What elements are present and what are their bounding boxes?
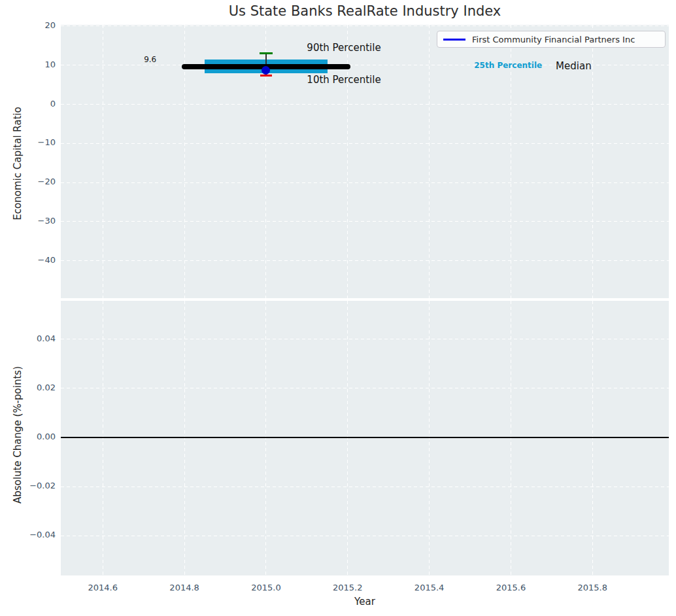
top-axes: 9.690th Percentile10th Percentile25th Pe… <box>61 25 669 298</box>
annotation-10th-percentile: 10th Percentile <box>307 74 380 86</box>
y-gridline <box>61 260 669 261</box>
chart-title: Us State Banks RealRate Industry Index <box>61 3 669 19</box>
y-tick-label: 0.00 <box>15 432 56 441</box>
y-gridline <box>61 26 669 26</box>
top-y-axis-label: Economic Capital Ratio <box>12 107 24 220</box>
y-tick-label: −30 <box>15 216 56 226</box>
x-gridline <box>592 25 593 298</box>
x-tick-label: 2015.8 <box>566 583 618 592</box>
y-gridline <box>61 536 669 536</box>
x-gridline <box>103 25 103 298</box>
y-tick-label: −0.04 <box>15 530 56 539</box>
annotation-9-6: 9.6 <box>144 55 156 64</box>
legend-line-swatch <box>443 39 465 41</box>
whisker-cap-10th <box>260 75 272 77</box>
x-gridline <box>429 25 430 298</box>
annotation-25th-percentile: 25th Percentile <box>474 61 542 70</box>
bottom-axes <box>61 301 669 575</box>
y-tick-label: −10 <box>15 137 56 147</box>
x-tick-label: 2015.4 <box>403 583 456 592</box>
zero-line <box>61 437 669 438</box>
y-gridline <box>61 104 669 105</box>
company-point <box>262 66 270 75</box>
y-gridline <box>61 221 669 222</box>
annotation-90th-percentile: 90th Percentile <box>307 42 380 54</box>
x-tick-label: 2015.6 <box>484 583 537 592</box>
y-tick-label: 20 <box>15 20 56 30</box>
y-gridline <box>61 143 669 144</box>
x-axis-label: Year <box>61 596 669 607</box>
y-tick-label: 0.02 <box>15 383 56 392</box>
y-gridline <box>61 339 669 339</box>
y-tick-label: 0 <box>15 99 56 109</box>
y-gridline <box>61 182 669 183</box>
y-tick-label: 0.04 <box>15 334 56 343</box>
y-tick-label: −40 <box>15 255 56 265</box>
y-tick-label: −0.02 <box>15 481 56 490</box>
annotation-median: Median <box>556 60 592 72</box>
y-gridline <box>61 487 669 487</box>
x-tick-label: 2014.8 <box>158 583 211 592</box>
x-tick-label: 2014.6 <box>76 583 129 592</box>
x-tick-label: 2015.2 <box>322 583 374 592</box>
whisker-cap-90th <box>260 52 273 54</box>
legend: First Community Financial Partners Inc <box>437 31 666 48</box>
y-gridline <box>61 388 669 388</box>
y-tick-label: −20 <box>15 177 56 186</box>
x-tick-label: 2015.0 <box>240 583 292 592</box>
y-tick-label: 10 <box>15 60 56 69</box>
figure: Us State Banks RealRate Industry Index E… <box>0 0 676 616</box>
legend-label: First Community Financial Partners Inc <box>472 35 635 44</box>
